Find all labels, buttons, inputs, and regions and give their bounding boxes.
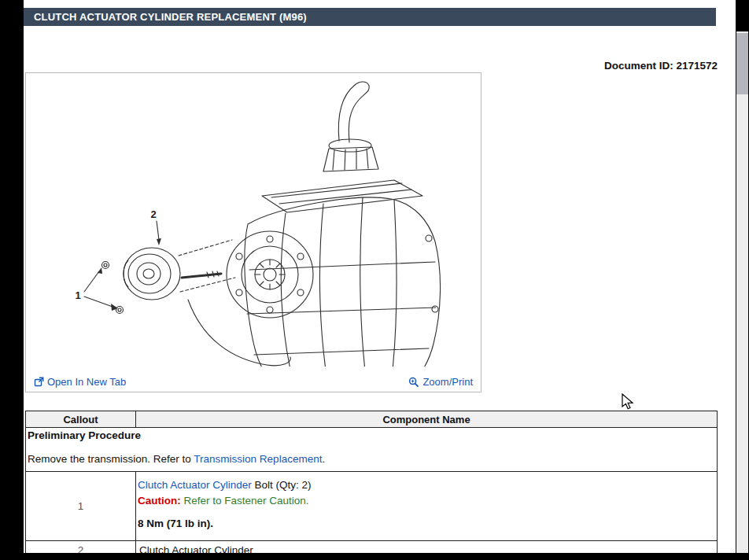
- open-in-new-tab-icon: [34, 377, 44, 387]
- scrollbar[interactable]: [736, 31, 748, 553]
- transmission-replacement-link[interactable]: Transmission Replacement: [194, 453, 322, 465]
- caution-period: .: [306, 495, 309, 507]
- zoom-print-link[interactable]: Zoom/Print: [408, 376, 473, 388]
- preliminary-cell: Preliminary Procedure Remove the transmi…: [26, 428, 718, 472]
- component-1-line: Clutch Actuator Cylinder Bolt (Qty: 2): [138, 479, 714, 491]
- fastener-caution-link[interactable]: Fastener Caution: [224, 495, 306, 507]
- torque-spec: 8 Nm (71 lb in).: [138, 518, 714, 529]
- callout-1-cell: 1: [26, 472, 136, 541]
- component-name-header: Component Name: [136, 411, 718, 428]
- preliminary-period: .: [322, 453, 325, 465]
- caution-label: Caution:: [138, 495, 181, 507]
- scrollbar-thumb[interactable]: [736, 33, 748, 94]
- magnifier-icon: [408, 377, 419, 388]
- table-header-row: Callout Component Name: [26, 411, 718, 428]
- preliminary-row: Preliminary Procedure Remove the transmi…: [26, 428, 718, 472]
- zoom-print-label: Zoom/Print: [422, 376, 473, 388]
- figure-footer: Open In New Tab Zoom/Print: [26, 376, 481, 388]
- open-in-new-tab-label: Open In New Tab: [47, 376, 126, 388]
- page-title: CLUTCH ACTUATOR CYLINDER REPLACEMENT (M9…: [24, 8, 716, 26]
- callout-header: Callout: [26, 411, 136, 428]
- preliminary-text: Remove the transmission. Refer to Transm…: [28, 453, 714, 465]
- component-1-cell: Clutch Actuator Cylinder Bolt (Qty: 2) C…: [136, 472, 718, 541]
- open-in-new-tab-link[interactable]: Open In New Tab: [34, 376, 126, 388]
- component-table: Callout Component Name Preliminary Proce…: [25, 411, 718, 560]
- callout-2-label: 2: [150, 208, 156, 220]
- transmission-diagram: 2 1: [26, 73, 481, 367]
- preliminary-heading: Preliminary Procedure: [28, 429, 714, 441]
- document-id: Document ID: 2171572: [24, 60, 718, 72]
- table-row-1: 1 Clutch Actuator Cylinder Bolt (Qty: 2)…: [26, 472, 718, 541]
- clutch-actuator-cylinder-link[interactable]: Clutch Actuator Cylinder: [138, 479, 252, 491]
- mouse-cursor: [622, 393, 636, 411]
- caution-line: Caution: Refer to Fastener Caution.: [138, 495, 714, 507]
- figure-frame: 2 1 Open In New Tab Zoom/Print: [25, 72, 482, 392]
- component-1-rest: Bolt (Qty: 2): [252, 479, 312, 491]
- callout-1-label: 1: [75, 289, 80, 301]
- caution-refer-text: Refer to: [181, 495, 225, 507]
- bottom-border: [0, 553, 749, 560]
- preliminary-sentence: Remove the transmission. Refer to: [28, 453, 194, 465]
- page: CLUTCH ACTUATOR CYLINDER REPLACEMENT (M9…: [0, 0, 749, 560]
